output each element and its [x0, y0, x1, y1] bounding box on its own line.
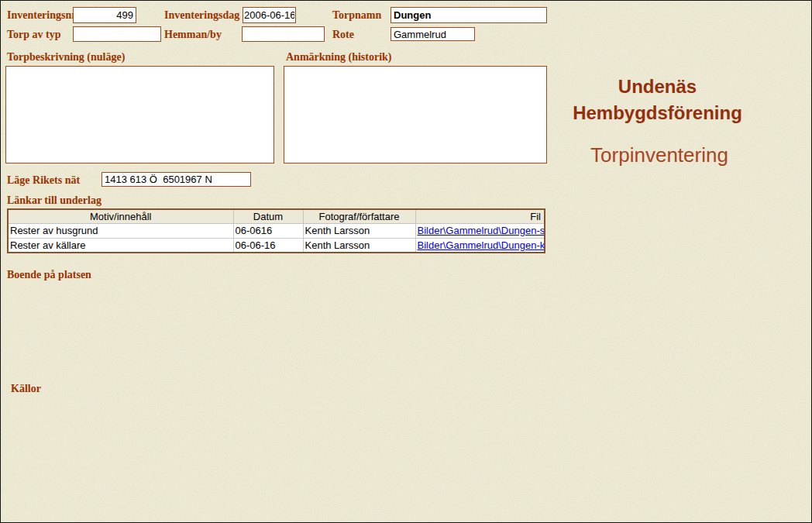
table-row: Rester av husgrund 06-0616 Kenth Larsson… — [8, 223, 545, 238]
file-link[interactable]: Bilder\Gammelrud\Dungen-s — [418, 225, 545, 236]
torp-av-typ-label: Torp av typ — [7, 29, 61, 41]
inventeringsnr-input[interactable] — [73, 7, 136, 23]
inventeringsdag-input[interactable] — [243, 7, 296, 23]
association-title-line1: Undenäs — [543, 74, 772, 100]
torpnamn-input[interactable] — [391, 7, 547, 23]
boende-pa-platsen-label: Boende på platsen — [7, 269, 91, 281]
datum-cell: 06-0616 — [233, 223, 303, 238]
inventeringsnr-label: Inventeringsnr — [7, 9, 76, 22]
table-row: Rester av källare 06-06-16 Kenth Larsson… — [8, 238, 545, 253]
lankar-till-underlag-label: Länkar till underlag — [7, 194, 102, 207]
fotograf-cell: Kenth Larsson — [303, 223, 415, 238]
hemman-by-label: Hemman/by — [164, 29, 222, 41]
lage-rikets-nat-label: Läge Rikets nät — [7, 174, 80, 187]
file-link[interactable]: Bilder\Gammelrud\Dungen-k — [418, 239, 545, 251]
column-header-motiv: Motiv/innehåll — [8, 209, 233, 223]
association-title: Undenäs Hembygdsförening — [543, 74, 772, 126]
anmarkning-label: Anmärkning (historik) — [286, 51, 392, 64]
fil-cell: Bilder\Gammelrud\Dungen-k — [415, 238, 545, 253]
fotograf-cell: Kenth Larsson — [303, 238, 415, 253]
motiv-cell: Rester av husgrund — [8, 223, 233, 238]
lage-rikets-nat-input[interactable] — [102, 172, 251, 187]
page-title: Torpinventering — [543, 143, 776, 167]
torpbeskrivning-label: Torpbeskrivning (nuläge) — [7, 51, 125, 64]
inventeringsdag-label: Inventeringsdag — [164, 9, 239, 22]
association-title-line2: Hembygdsförening — [543, 100, 772, 126]
links-table-header-row: Motiv/innehåll Datum Fotograf/författare… — [8, 209, 545, 223]
motiv-cell: Rester av källare — [8, 238, 233, 253]
column-header-datum: Datum — [233, 209, 303, 223]
anmarkning-textarea[interactable] — [284, 66, 547, 163]
torpbeskrivning-textarea[interactable] — [5, 66, 274, 163]
torp-av-typ-input[interactable] — [73, 26, 161, 42]
kallor-label: Källor — [11, 383, 41, 395]
column-header-fil: Fil — [415, 209, 545, 223]
torpinventering-window: Inventeringsnr Inventeringsdag Torpnamn … — [0, 0, 812, 523]
fil-cell: Bilder\Gammelrud\Dungen-s — [415, 223, 545, 238]
rote-label: Rote — [332, 29, 354, 41]
rote-input[interactable] — [391, 27, 475, 41]
datum-cell: 06-06-16 — [233, 238, 303, 253]
hemman-by-input[interactable] — [242, 26, 325, 42]
torpnamn-label: Torpnamn — [332, 9, 381, 22]
column-header-fotograf: Fotograf/författare — [303, 209, 415, 223]
links-table: Motiv/innehåll Datum Fotograf/författare… — [7, 208, 545, 253]
